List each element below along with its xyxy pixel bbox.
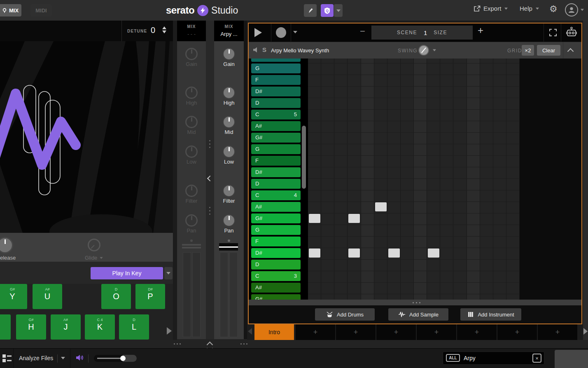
note-row[interactable]: A# <box>251 202 301 212</box>
keyboard-key[interactable]: G#Y <box>0 284 27 309</box>
note-row[interactable]: C5 <box>251 110 301 120</box>
scene-size-minus-button[interactable]: − <box>360 26 365 37</box>
slider-handle[interactable] <box>120 356 126 361</box>
account-button[interactable] <box>565 3 584 16</box>
analyze-dropdown-icon[interactable] <box>61 357 65 359</box>
analyze-files-button[interactable]: Analyze Files <box>19 355 53 361</box>
search-filter-badge[interactable]: ALL <box>446 354 460 362</box>
note-row[interactable]: G# <box>251 133 301 143</box>
solo-button[interactable]: S <box>262 46 266 53</box>
note-row[interactable]: G <box>251 144 301 154</box>
grid-column[interactable] <box>308 59 321 300</box>
grid-column[interactable] <box>414 59 427 300</box>
volume-slider[interactable] <box>94 355 137 362</box>
keyboard-key[interactable]: D#P <box>135 284 165 309</box>
record-button[interactable] <box>276 27 286 38</box>
filter-knob[interactable] <box>223 185 235 197</box>
glide-knob[interactable] <box>88 239 100 251</box>
grid-column[interactable] <box>493 59 506 300</box>
track-title[interactable]: Arpy Mello Wavey Synth <box>271 47 329 54</box>
scene-tab-empty[interactable]: + <box>376 324 416 340</box>
grid-column[interactable] <box>480 59 493 300</box>
note-row[interactable]: G# <box>251 213 301 223</box>
ai-assistant-button[interactable] <box>563 25 580 40</box>
mute-speaker-icon[interactable] <box>253 47 259 55</box>
note-row[interactable]: D <box>251 179 301 189</box>
quantize-shield-button[interactable]: Q <box>321 4 334 17</box>
note-block[interactable] <box>309 214 320 223</box>
search-input[interactable]: Arpy <box>464 355 476 361</box>
high-knob[interactable] <box>223 87 235 99</box>
keyboard-key[interactable]: DL <box>119 314 149 340</box>
drag-handle-dots[interactable] <box>240 343 247 345</box>
note-block[interactable] <box>388 248 400 258</box>
keyboard-scroll-right-icon[interactable] <box>167 327 172 335</box>
record-options-icon[interactable] <box>293 31 297 33</box>
grid-column[interactable] <box>321 59 334 300</box>
drag-handle-dots[interactable] <box>209 140 210 148</box>
hardware-mix-button[interactable]: MIX <box>0 4 21 16</box>
note-block[interactable] <box>428 248 439 258</box>
pan-knob[interactable] <box>185 214 198 227</box>
collapse-up-icon[interactable] <box>567 48 574 55</box>
keyboard-key[interactable]: DO <box>101 284 131 309</box>
note-row[interactable]: G <box>251 63 301 73</box>
mid-knob[interactable] <box>223 116 235 128</box>
release-knob[interactable] <box>0 237 13 253</box>
scene-tab-empty[interactable]: + <box>497 324 537 340</box>
clear-button[interactable]: Clear <box>537 45 560 56</box>
pan-knob[interactable] <box>223 214 235 227</box>
stepper-down-icon[interactable] <box>162 30 166 33</box>
note-row[interactable]: D <box>251 260 301 270</box>
note-row[interactable]: F <box>251 156 301 166</box>
high-knob[interactable] <box>185 87 198 99</box>
scenes-scroll-right-icon[interactable] <box>583 328 588 335</box>
low-knob[interactable] <box>223 145 235 158</box>
scene-size-display[interactable]: SCENE 1 SIZE <box>371 26 473 40</box>
help-button[interactable]: Help <box>520 5 539 12</box>
grid-column[interactable] <box>427 59 440 300</box>
grid-column[interactable] <box>374 59 387 300</box>
scenes-scroll-left-icon[interactable] <box>248 328 252 335</box>
note-block[interactable] <box>348 248 360 258</box>
scene-tab-empty[interactable]: + <box>457 324 497 340</box>
search-clear-button[interactable]: × <box>532 354 541 363</box>
grid-column[interactable] <box>361 59 374 300</box>
scene-tab-intro[interactable]: Intro <box>254 324 294 340</box>
add-instrument-button[interactable]: Add Instrument <box>460 308 521 321</box>
mid-knob[interactable] <box>185 116 198 128</box>
note-row[interactable]: A# <box>251 283 301 293</box>
grid-multiplier-badge[interactable]: ×2 <box>522 45 534 56</box>
scene-tab-empty[interactable]: + <box>296 324 335 340</box>
keyboard-key[interactable]: A#J <box>51 314 81 340</box>
volume-speaker-icon[interactable] <box>76 354 84 363</box>
fader-cap[interactable] <box>219 243 238 251</box>
grid-column[interactable] <box>467 59 480 300</box>
vertical-scrollbar-thumb[interactable] <box>302 126 306 189</box>
note-row[interactable]: C3 <box>251 271 301 281</box>
drag-handle-dots[interactable] <box>209 207 210 215</box>
add-drums-button[interactable]: Add Drums <box>315 308 375 321</box>
note-row[interactable]: A# <box>251 121 301 131</box>
filter-knob[interactable] <box>185 185 198 197</box>
note-row[interactable]: C4 <box>251 190 301 200</box>
note-row[interactable]: G <box>251 225 301 235</box>
grid-column[interactable] <box>387 59 401 300</box>
note-row[interactable]: D <box>251 98 301 108</box>
grid-column[interactable] <box>334 59 348 300</box>
export-button[interactable]: Export <box>474 5 508 12</box>
collapse-left-icon[interactable] <box>207 176 213 181</box>
detune-value[interactable]: 0 <box>151 26 155 35</box>
keyboard-key[interactable]: C 4K <box>85 314 115 340</box>
scene-tab-empty[interactable]: + <box>336 324 376 340</box>
grid-column[interactable] <box>506 59 520 300</box>
fader-cap[interactable] <box>182 243 201 250</box>
drag-handle-dots[interactable] <box>174 343 181 345</box>
scene-tab-empty[interactable]: + <box>538 324 577 340</box>
note-row[interactable]: D# <box>251 167 301 177</box>
note-row[interactable]: F <box>251 237 301 246</box>
grid-column[interactable] <box>401 59 414 300</box>
play-in-key-button[interactable]: Play In Key <box>91 267 163 279</box>
note-row[interactable] <box>251 59 301 62</box>
note-block[interactable] <box>375 202 387 211</box>
